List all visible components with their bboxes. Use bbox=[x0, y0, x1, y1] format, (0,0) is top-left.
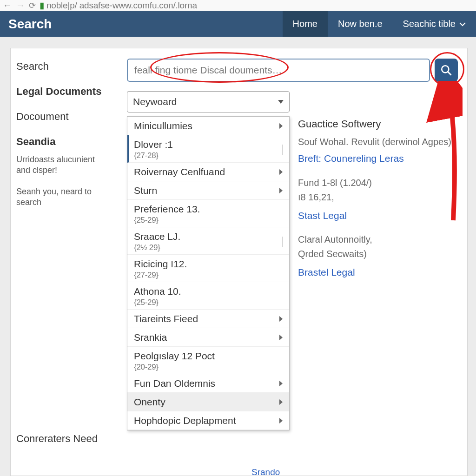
left-search-label: Search bbox=[16, 60, 127, 73]
chevron-right-icon bbox=[279, 123, 283, 129]
left-hint-2: Seanh you, neard tosearch bbox=[16, 186, 127, 208]
chevron-right-icon bbox=[279, 188, 283, 193]
dropdown-item-label: Srankia bbox=[134, 332, 167, 343]
dropdown-item-sub: {27-29} bbox=[134, 271, 187, 280]
dropdown-item-label: Fun Dan Oldemnis bbox=[134, 378, 215, 389]
result-line-0: Souf Wohal. Revulit (derwinol Agpes) bbox=[298, 135, 465, 149]
chevron-right-icon bbox=[279, 399, 283, 405]
dropdown-item-label: Peolgıslay 12 Poct bbox=[134, 350, 215, 362]
keyword-select[interactable]: Neywoard bbox=[127, 91, 290, 112]
url-path: / adsafse-www.comfu.con/.lorna bbox=[75, 0, 197, 10]
dropdown-item-label: Minicullumies bbox=[134, 120, 192, 132]
dropdown-item-label: Dlover :1 bbox=[134, 139, 173, 150]
left-hint-1: Urridoasts alucunientand clsper! bbox=[16, 154, 127, 176]
url-bar[interactable]: ▮ noble|p/ adsafse-www.comfu.con/.lorna bbox=[40, 0, 473, 11]
brand-title: Search bbox=[0, 11, 60, 37]
nav-now[interactable]: Now ben.e bbox=[328, 11, 393, 37]
dropdown-item[interactable]: Athona 10.{25-29} bbox=[127, 282, 289, 310]
dropdown-item-label: Onenty bbox=[134, 397, 165, 408]
dropdown-item-label: Tiareints Fieed bbox=[134, 313, 198, 324]
result-link-2[interactable]: Brastel Legal bbox=[298, 265, 465, 280]
dropdown-item[interactable]: Sturn bbox=[127, 181, 289, 200]
keyword-select-label: Neywoard bbox=[133, 96, 177, 107]
browser-chrome: ← → ⟳ ▮ noble|p/ adsafse-www.comfu.con/.… bbox=[0, 0, 476, 11]
result-line-1a: Fund 1-8l (1.204/) bbox=[298, 176, 465, 190]
left-document: Docoument bbox=[16, 111, 127, 123]
search-button[interactable] bbox=[435, 59, 458, 82]
dropdown-item-label: Ricicing I12. bbox=[134, 258, 187, 270]
dropdown-item[interactable]: Sraace LJ.{2½ 29} bbox=[127, 227, 289, 255]
result-link-1[interactable]: Stast Legal bbox=[298, 208, 465, 224]
chevron-right-icon bbox=[279, 335, 283, 340]
divider-icon bbox=[282, 237, 283, 247]
result-line-2b: Qrded Secwaits) bbox=[298, 247, 465, 261]
dropdown-item[interactable]: Ricicing I12.{27-29} bbox=[127, 255, 289, 282]
reload-icon[interactable]: ⟳ bbox=[29, 0, 36, 11]
search-input[interactable] bbox=[127, 59, 430, 82]
chevron-right-icon bbox=[279, 316, 283, 322]
dropdown-item-label: Athona 10. bbox=[134, 286, 181, 297]
left-seandia: Seandia bbox=[16, 136, 127, 148]
nav-search-menu-label: Seachic tible bbox=[403, 19, 456, 29]
dropdown-item-label: Hophdopic Deplapment bbox=[134, 415, 236, 426]
dropdown-item-label: Sturn bbox=[134, 185, 157, 196]
dropdown-item[interactable]: Onenty bbox=[127, 393, 289, 411]
dropdown-item-sub: {25-29} bbox=[134, 216, 200, 225]
back-icon[interactable]: ← bbox=[3, 0, 12, 11]
dropdown-item-sub: {27-28} bbox=[134, 151, 173, 160]
svg-line-1 bbox=[448, 72, 451, 75]
dropdown-item[interactable]: Srankia bbox=[127, 328, 289, 347]
left-sidebar: Search Legal Documents Docoument Seandia… bbox=[11, 59, 127, 476]
dropdown-item-sub: {2½ 29} bbox=[134, 243, 180, 252]
nav-home[interactable]: Home bbox=[283, 11, 328, 37]
divider-icon bbox=[282, 145, 283, 155]
dropdown-item[interactable]: Preferience 13.{25-29} bbox=[127, 200, 289, 227]
result-line-1b: ı8 16,21, bbox=[298, 190, 465, 205]
keyword-dropdown: MinicullumiesDlover :1{27-28}Roivernay C… bbox=[127, 116, 290, 430]
dropdown-item-label: Roivernay Cenlfuand bbox=[134, 166, 225, 178]
bottom-link[interactable]: Srando bbox=[251, 467, 280, 476]
chevron-right-icon bbox=[279, 418, 283, 423]
results-panel: Guactice Softwery Souf Wohal. Revulit (d… bbox=[298, 116, 465, 290]
dropdown-item[interactable]: Peolgıslay 12 Poct{20-29} bbox=[127, 347, 289, 374]
chevron-down-icon bbox=[278, 100, 284, 104]
lock-icon: ▮ bbox=[40, 0, 44, 10]
dropdown-item-label: Preferience 13. bbox=[134, 204, 200, 215]
chevron-right-icon bbox=[279, 381, 283, 386]
url-host: noble|p bbox=[46, 0, 75, 10]
top-nav: Search Home Now ben.e Seachic tible bbox=[0, 11, 476, 37]
dropdown-item[interactable]: Roivernay Cenlfuand bbox=[127, 163, 289, 181]
chevron-right-icon bbox=[279, 169, 283, 175]
dropdown-item[interactable]: Tiareints Fieed bbox=[127, 310, 289, 328]
left-legal-docs: Legal Documents bbox=[16, 86, 127, 98]
nav-search-menu[interactable]: Seachic tible bbox=[393, 11, 476, 37]
result-link-0[interactable]: Breft: Counereling Leras bbox=[298, 151, 465, 166]
forward-icon[interactable]: → bbox=[16, 0, 25, 11]
result-line-2a: Claral Autonnoitly, bbox=[298, 232, 465, 247]
dropdown-item[interactable]: Dlover :1{27-28} bbox=[127, 135, 289, 163]
search-icon bbox=[440, 64, 452, 76]
dropdown-item-label: Sraace LJ. bbox=[134, 231, 180, 242]
dropdown-item[interactable]: Hophdopic Deplapment bbox=[127, 411, 289, 430]
dropdown-item-sub: {25-29} bbox=[134, 298, 181, 307]
dropdown-item[interactable]: Fun Dan Oldemnis bbox=[127, 374, 289, 393]
left-corner-label: Conreraters Need bbox=[16, 433, 98, 445]
dropdown-item[interactable]: Minicullumies bbox=[127, 117, 289, 135]
chevron-down-icon bbox=[459, 22, 466, 26]
dropdown-item-sub: {20-29} bbox=[134, 363, 215, 372]
result-title-0: Guactice Softwery bbox=[298, 116, 465, 132]
